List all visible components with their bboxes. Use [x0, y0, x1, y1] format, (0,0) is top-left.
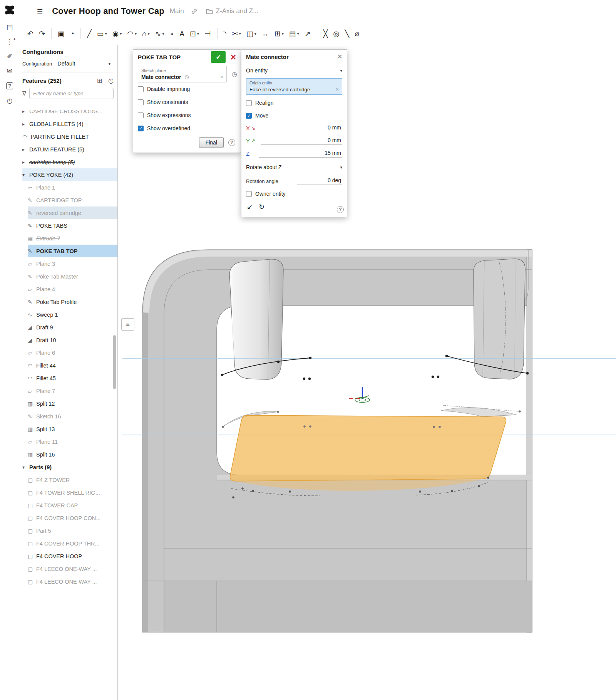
insert-dxf-icon[interactable]: ▤▾	[287, 29, 301, 39]
comment-icon[interactable]: ✉	[7, 68, 12, 74]
part-item[interactable]: ▢F4 LEECO ONE-WAY ...	[19, 575, 117, 588]
move-checkbox[interactable]: ✓ Move	[246, 109, 342, 122]
dropdown-caret-icon[interactable]: ▾	[120, 32, 122, 36]
feature-tree-item[interactable]: ✎reversed cartridge	[19, 206, 117, 219]
point-tool-icon[interactable]: ∘	[167, 29, 176, 39]
feature-tree-item[interactable]: ◠PARTING LINE FILLET	[19, 130, 117, 143]
feature-tree-item[interactable]: ◢Draft 9	[19, 321, 117, 334]
edit-mate-connector-icon[interactable]: ◷	[232, 71, 237, 78]
feature-tree-item[interactable]: ✎Sketch 16	[19, 410, 117, 423]
dropdown-caret-icon[interactable]: ▾	[239, 32, 241, 36]
onshape-logo[interactable]	[3, 4, 16, 16]
trim-tool-icon[interactable]: ✂▾	[230, 29, 243, 39]
configuration-select[interactable]: Default ▾	[57, 60, 114, 67]
disable-imprinting-checkbox[interactable]: Disable imprinting	[138, 82, 236, 96]
dropdown-caret-icon[interactable]: ▾	[147, 32, 149, 36]
dropdown-caret-icon[interactable]: ▾	[282, 32, 284, 36]
chevron-down-icon[interactable]: ▾	[22, 465, 29, 470]
feature-tree-item[interactable]: ✎Poke Tab Profile	[19, 295, 117, 308]
feature-tree-item[interactable]: ▱Plane 11	[19, 435, 117, 448]
use-project-icon[interactable]: ⊡▾	[188, 29, 201, 39]
clear-origin-icon[interactable]: ×	[336, 86, 339, 92]
realign-checkbox[interactable]: Realign	[246, 96, 342, 109]
normal-line-icon[interactable]: ╲	[343, 29, 351, 39]
y-offset-input[interactable]: 0 mm	[261, 137, 342, 145]
panel-scrollbar-thumb[interactable]	[113, 335, 116, 389]
feature-tree-item[interactable]: ▥Split 16	[19, 448, 117, 461]
feature-tree-item[interactable]: ◠Fillet 44	[19, 359, 117, 372]
checkbox-icon[interactable]: ✓	[246, 113, 252, 119]
intersect-tool-icon[interactable]: ⊣	[203, 29, 213, 39]
dropdown-caret-icon[interactable]: ▾	[197, 32, 199, 36]
part-item[interactable]: ▢F4 LEECO ONE-WAY ...	[19, 562, 117, 575]
rollback-bar-handle[interactable]: ≡	[121, 318, 134, 331]
rotation-angle-input[interactable]: 0 deg	[297, 177, 342, 185]
fillet-tool-icon[interactable]: ◝	[222, 29, 228, 39]
inspect-tool-icon[interactable]: ⌀	[353, 29, 361, 39]
show-overdefined-checkbox[interactable]: ✓Show overdefined	[138, 122, 236, 135]
feature-tree-item[interactable]: ✎Poke Tab Master	[19, 270, 117, 283]
feature-group-row[interactable]: ▸CARTIDGE CROSS DODG...	[19, 110, 117, 118]
flip-primary-axis-icon[interactable]: ↙	[247, 203, 253, 211]
rectangle-tool-icon[interactable]: ▭▾	[95, 29, 109, 39]
chevron-down-icon[interactable]: ▾	[22, 172, 29, 178]
undo-icon[interactable]: ↶	[25, 29, 35, 39]
arc-tool-icon[interactable]: ◠▾	[125, 29, 139, 39]
chevron-right-icon[interactable]: ▸	[22, 110, 29, 114]
feature-tree-item[interactable]: ▱Plane 7	[19, 384, 117, 397]
measure-icon[interactable]: ↗	[303, 29, 313, 39]
reorient-secondary-axis-icon[interactable]: ↻	[259, 203, 264, 211]
close-icon[interactable]: ×	[336, 52, 344, 61]
z-offset-input[interactable]: 15 mm	[259, 150, 342, 158]
feature-tree-item[interactable]: ▱Plane 6	[19, 346, 117, 359]
chevron-right-icon[interactable]: ▸	[22, 159, 29, 165]
checkbox-icon[interactable]	[246, 191, 252, 197]
part-item[interactable]: ▢Part 5	[19, 524, 117, 537]
feature-filter-input[interactable]	[29, 88, 114, 99]
history-icon[interactable]: ◷	[7, 97, 13, 104]
feature-tree-item[interactable]: ∿Sweep 1	[19, 308, 117, 321]
dropdown-caret-icon[interactable]: ▾	[135, 32, 137, 36]
dropdown-caret-icon[interactable]: ▾	[297, 32, 299, 36]
checkbox-icon[interactable]	[138, 86, 144, 92]
help-icon[interactable]: ?	[228, 139, 235, 146]
feature-tree-item[interactable]: ▥Split 13	[19, 423, 117, 435]
checkbox-icon[interactable]	[246, 100, 252, 106]
line-tool-icon[interactable]: ╱	[85, 29, 93, 39]
feature-tree-item[interactable]: ✎POKE TABS	[19, 219, 117, 232]
commit-check-button[interactable]: ✓	[211, 51, 226, 63]
spline-tool-icon[interactable]: ∿▾	[153, 29, 166, 39]
part-item[interactable]: ▢F4 Z TOWER	[19, 473, 117, 486]
sketch-quick-icon[interactable]: ✐	[7, 53, 12, 60]
text-tool-icon[interactable]: A	[177, 29, 186, 39]
show-constraints-checkbox[interactable]: Show constraints	[138, 96, 236, 109]
feature-tree-item[interactable]: ◢Draft 10	[19, 334, 117, 346]
circle-tool-icon[interactable]: ◉▾	[110, 29, 124, 39]
checkbox-icon[interactable]	[138, 99, 144, 105]
help-box-icon[interactable]: ?	[6, 82, 13, 89]
owner-entity-checkbox[interactable]: Owner entity	[246, 188, 342, 200]
feature-tree-item[interactable]: ✎POKE TAB TOP	[19, 245, 117, 257]
placement-select[interactable]: On entity ▾	[246, 64, 342, 77]
origin-entity-field[interactable]: Origin entity Face of reversed cartridge…	[246, 78, 342, 95]
dropdown-caret-icon[interactable]: ▾	[105, 32, 107, 36]
feature-tree-item[interactable]: ✎CARTRIDGE TOP	[19, 194, 117, 206]
create-folder-icon[interactable]: ⊞	[97, 77, 102, 84]
x-offset-input[interactable]: 0 mm	[261, 124, 342, 132]
part-item[interactable]: ▢F4 COVER HOOP	[19, 550, 117, 562]
checkbox-icon[interactable]	[138, 112, 144, 118]
part-item[interactable]: ▢F4 COVER HOOP CON...	[19, 512, 117, 524]
link-icon[interactable]	[191, 8, 198, 15]
hamburger-menu-icon[interactable]: ≡	[37, 6, 43, 16]
help-icon[interactable]: ?	[337, 206, 344, 213]
dropdown-caret-icon[interactable]: ▾	[162, 32, 164, 36]
chevron-right-icon[interactable]: ▸	[22, 121, 29, 127]
dropdown-caret-icon[interactable]: ▾	[254, 32, 256, 36]
concentric-icon[interactable]: ◎	[331, 29, 341, 39]
part-item[interactable]: ▢F4 TOWER SHELL RIG...	[19, 486, 117, 499]
polygon-tool-icon[interactable]: ⌂▾	[140, 29, 152, 39]
feature-group-row[interactable]: ▾Parts (9)	[19, 461, 117, 473]
sketch-plane-field[interactable]: Sketch plane Mate connector ◷ ×	[138, 66, 227, 82]
feature-group-row[interactable]: ▸DATUM FEATURE (5)	[19, 143, 117, 156]
redo-icon[interactable]: ↷	[37, 29, 47, 39]
